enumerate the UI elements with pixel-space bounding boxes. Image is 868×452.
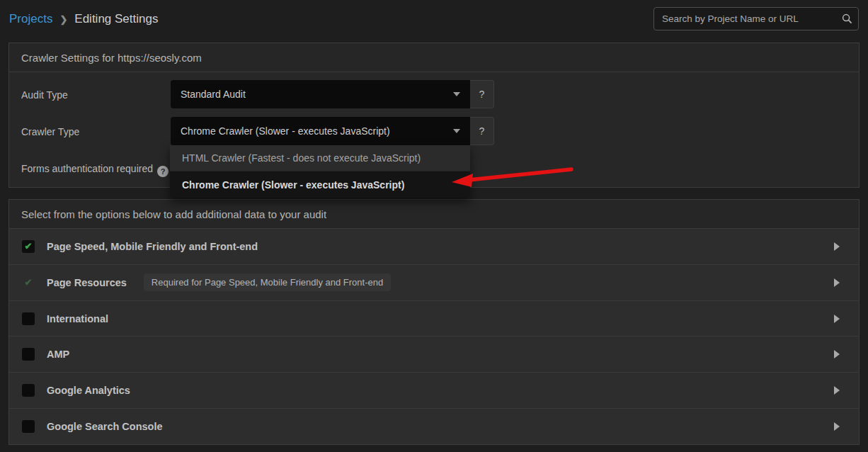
option-row-international[interactable]: International — [9, 301, 859, 337]
required-badge: Required for Page Speed, Mobile Friendly… — [144, 273, 391, 291]
search-icon — [842, 13, 852, 24]
audit-type-help-button[interactable]: ? — [470, 80, 494, 108]
crawler-type-dropdown-menu: HTML Crawler (Fastest - does not execute… — [170, 145, 470, 198]
chevron-right-icon[interactable] — [834, 242, 840, 251]
project-search-box[interactable] — [653, 7, 859, 30]
checkbox-unchecked-icon[interactable] — [22, 420, 35, 433]
audit-type-label: Audit Type — [21, 89, 68, 101]
crawler-type-label: Crawler Type — [21, 126, 79, 137]
option-label: Page Resources — [47, 277, 127, 288]
checkbox-checked-disabled-icon — [22, 276, 35, 289]
chevron-down-icon — [453, 129, 460, 133]
chevron-right-icon[interactable] — [834, 350, 840, 358]
checkbox-unchecked-icon[interactable] — [22, 348, 35, 361]
crawler-type-help-button[interactable]: ? — [470, 117, 494, 145]
additional-data-panel: Select from the options below to add add… — [8, 199, 860, 445]
option-label: Page Speed, Mobile Friendly and Front-en… — [47, 241, 258, 252]
crawler-type-select[interactable]: Chrome Crawler (Slower - executes JavaSc… — [171, 117, 470, 145]
checkbox-unchecked-icon[interactable] — [22, 384, 35, 397]
checkbox-checked-icon[interactable] — [22, 240, 35, 253]
option-row-page-resources[interactable]: Page Resources Required for Page Speed, … — [9, 265, 859, 301]
page-title: Editing Settings — [74, 12, 158, 26]
checkbox-unchecked-icon[interactable] — [22, 312, 35, 325]
option-row-page-speed[interactable]: Page Speed, Mobile Friendly and Front-en… — [9, 229, 859, 265]
help-circle-icon[interactable]: ? — [157, 166, 169, 177]
option-label: AMP — [47, 349, 69, 360]
crawler-type-value: Chrome Crawler (Slower - executes JavaSc… — [181, 125, 390, 137]
option-label: International — [47, 313, 108, 324]
additional-data-title: Select from the options below to add add… — [9, 200, 859, 229]
chevron-down-icon — [453, 92, 460, 96]
options-list: Page Speed, Mobile Friendly and Front-en… — [9, 229, 859, 444]
dropdown-option-chrome-crawler[interactable]: Chrome Crawler (Slower - executes JavaSc… — [170, 171, 470, 198]
crawler-settings-title: Crawler Settings for https://seosly.com — [9, 43, 859, 72]
option-row-google-search-console[interactable]: Google Search Console — [9, 409, 859, 444]
top-bar: Projects ❯ Editing Settings — [0, 0, 868, 40]
option-row-google-analytics[interactable]: Google Analytics — [9, 373, 859, 409]
option-label: Google Analytics — [47, 385, 130, 396]
chevron-right-icon[interactable] — [834, 422, 840, 431]
chevron-right-icon[interactable] — [834, 315, 840, 323]
chevron-right-icon: ❯ — [59, 14, 67, 25]
forms-auth-label-text: Forms authentication required — [21, 163, 153, 174]
breadcrumb-projects-link[interactable]: Projects — [9, 12, 52, 26]
dropdown-option-html-crawler[interactable]: HTML Crawler (Fastest - does not execute… — [170, 145, 470, 171]
forms-auth-label: Forms authentication required? — [21, 163, 169, 177]
option-label: Google Search Console — [47, 421, 163, 432]
audit-type-select[interactable]: Standard Audit — [171, 80, 470, 108]
search-input[interactable] — [662, 13, 842, 24]
chevron-right-icon[interactable] — [834, 278, 840, 287]
audit-type-value: Standard Audit — [181, 89, 246, 100]
breadcrumb: Projects ❯ Editing Settings — [9, 12, 158, 26]
option-row-amp[interactable]: AMP — [9, 337, 859, 373]
chevron-right-icon[interactable] — [834, 386, 840, 395]
